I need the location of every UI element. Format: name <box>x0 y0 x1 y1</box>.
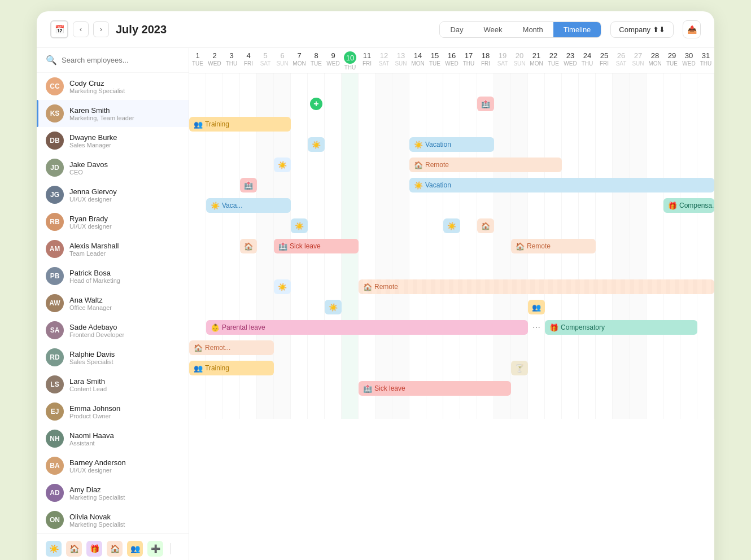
day-cell[interactable] <box>409 358 426 378</box>
event-bar-compensatory[interactable]: 🎁Compensatory <box>545 320 697 335</box>
day-cell[interactable] <box>308 216 325 236</box>
day-cell[interactable] <box>697 338 714 358</box>
day-cell[interactable] <box>613 134 630 155</box>
day-cell[interactable] <box>647 73 663 94</box>
day-cell[interactable] <box>426 256 443 277</box>
day-cell[interactable] <box>511 114 528 134</box>
tab-day[interactable]: Day <box>440 22 473 37</box>
tab-week[interactable]: Week <box>474 22 513 37</box>
day-cell[interactable] <box>647 236 663 256</box>
day-cell[interactable] <box>596 73 613 94</box>
day-cell[interactable] <box>189 277 206 297</box>
day-cell[interactable] <box>663 216 680 236</box>
day-cell[interactable] <box>308 256 325 277</box>
day-cell[interactable] <box>562 195 579 216</box>
day-cell[interactable] <box>325 134 342 155</box>
day-cell[interactable] <box>376 338 392 358</box>
day-cell[interactable] <box>613 338 630 358</box>
day-cell[interactable] <box>274 358 291 378</box>
day-cell[interactable] <box>613 358 630 378</box>
day-cell[interactable] <box>562 297 579 317</box>
day-cell[interactable] <box>274 399 291 419</box>
employee-row[interactable]: BA Barney Anderson UI/UX designer <box>37 452 189 479</box>
day-cell[interactable] <box>545 378 562 399</box>
day-cell[interactable] <box>647 399 663 419</box>
day-cell[interactable] <box>596 114 613 134</box>
day-cell[interactable] <box>291 399 308 419</box>
day-cell[interactable] <box>342 94 359 114</box>
small-event[interactable]: ☀️ <box>308 137 325 152</box>
day-cell[interactable] <box>359 338 376 358</box>
day-cell[interactable] <box>528 73 545 94</box>
day-cell[interactable] <box>511 378 528 399</box>
day-cell[interactable] <box>545 195 562 216</box>
day-cell[interactable] <box>342 114 359 134</box>
day-cell[interactable] <box>223 236 240 256</box>
day-cell[interactable] <box>325 73 342 94</box>
day-cell[interactable] <box>697 114 714 134</box>
day-cell[interactable] <box>511 134 528 155</box>
day-cell[interactable] <box>562 94 579 114</box>
day-cell[interactable] <box>223 256 240 277</box>
day-cell[interactable] <box>528 399 545 419</box>
small-event[interactable]: ☀️ <box>274 158 291 172</box>
employee-row[interactable]: PB Patrick Bosa Head of Marketing <box>37 262 189 290</box>
day-cell[interactable] <box>562 338 579 358</box>
day-cell[interactable] <box>206 175 223 195</box>
day-cell[interactable] <box>426 216 443 236</box>
day-cell[interactable] <box>426 236 443 256</box>
day-cell[interactable] <box>409 338 426 358</box>
employee-row[interactable]: CC Cody Cruz Marketing Specialist <box>37 73 189 100</box>
day-cell[interactable] <box>697 216 714 236</box>
day-cell[interactable] <box>342 155 359 175</box>
event-bar-vacation[interactable]: ☀️Vaca... <box>206 198 291 213</box>
event-bar-remote-dashed[interactable]: 🏠Remote <box>359 279 714 294</box>
day-cell[interactable] <box>630 134 647 155</box>
day-cell[interactable] <box>240 73 257 94</box>
day-cell[interactable] <box>477 338 494 358</box>
legend-home[interactable]: 🏠 <box>107 541 123 557</box>
day-cell[interactable] <box>189 73 206 94</box>
day-cell[interactable] <box>630 236 647 256</box>
day-cell[interactable] <box>579 338 596 358</box>
event-bar-sick-leave[interactable]: 🏥Sick leave <box>359 381 511 396</box>
day-cell[interactable] <box>562 114 579 134</box>
day-cell[interactable] <box>291 73 308 94</box>
day-cell[interactable] <box>596 338 613 358</box>
day-cell[interactable] <box>511 94 528 114</box>
day-cell[interactable] <box>494 358 511 378</box>
day-cell[interactable] <box>697 73 714 94</box>
day-cell[interactable] <box>376 256 392 277</box>
event-bar-vacation[interactable]: ☀️Vacation <box>409 137 494 152</box>
day-cell[interactable] <box>494 114 511 134</box>
day-cell[interactable] <box>697 256 714 277</box>
day-cell[interactable] <box>308 358 325 378</box>
day-cell[interactable] <box>613 195 630 216</box>
day-cell[interactable] <box>325 114 342 134</box>
day-cell[interactable] <box>392 155 409 175</box>
day-cell[interactable] <box>257 236 274 256</box>
day-cell[interactable] <box>359 358 376 378</box>
day-cell[interactable] <box>460 297 477 317</box>
day-cell[interactable] <box>240 297 257 317</box>
day-cell[interactable] <box>257 134 274 155</box>
dots-menu[interactable]: ⋯ <box>528 320 545 335</box>
employee-row[interactable]: AW Ana Waltz Office Manager <box>37 290 189 317</box>
day-cell[interactable] <box>613 155 630 175</box>
day-cell[interactable] <box>223 277 240 297</box>
day-cell[interactable] <box>579 73 596 94</box>
day-cell[interactable] <box>647 94 663 114</box>
day-cell[interactable] <box>291 277 308 297</box>
day-cell[interactable] <box>663 94 680 114</box>
day-cell[interactable] <box>680 114 697 134</box>
day-cell[interactable] <box>342 216 359 236</box>
day-cell[interactable] <box>291 297 308 317</box>
day-cell[interactable] <box>460 358 477 378</box>
day-cell[interactable] <box>376 236 392 256</box>
day-cell[interactable] <box>528 338 545 358</box>
small-event[interactable]: ☀️ <box>291 218 308 233</box>
day-cell[interactable] <box>291 256 308 277</box>
day-cell[interactable] <box>359 175 376 195</box>
prev-month-button[interactable]: ‹ <box>73 21 89 37</box>
day-cell[interactable] <box>511 399 528 419</box>
